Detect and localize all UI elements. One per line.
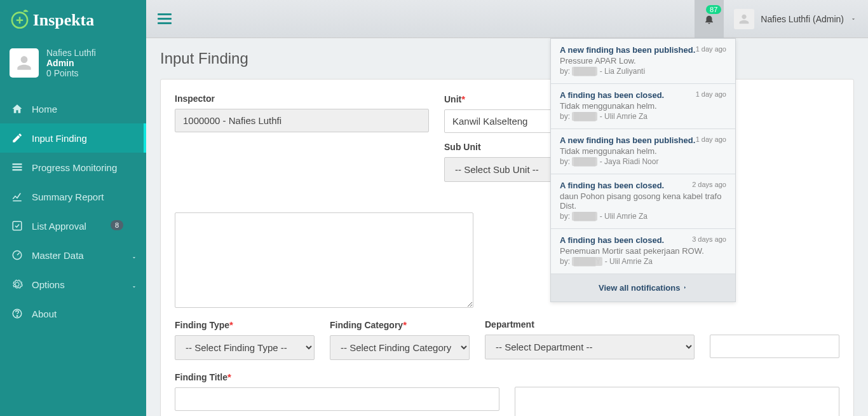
nav-about[interactable]: About (0, 299, 146, 328)
user-menu[interactable]: Nafies Luthfi (Admin) (734, 9, 857, 29)
nav-home[interactable]: Home (0, 94, 146, 123)
gear-icon (11, 279, 23, 290)
notification-desc: Tidak menggunakan helm. (560, 146, 726, 156)
nav-options[interactable]: Options (0, 270, 146, 299)
sidebar-user-name: Nafies Luthfi (46, 48, 96, 58)
svg-rect-2 (13, 163, 22, 165)
notification-title: A finding has been closed. (560, 90, 664, 100)
chart-icon (11, 191, 23, 202)
notification-item[interactable]: A new finding has been published.1 day a… (551, 129, 735, 174)
notification-desc: Penemuan Mortir saat pekerjaan ROW. (560, 246, 726, 256)
notification-by: by: ████ - Jaya Riadi Noor (560, 157, 726, 166)
nav-list-approval[interactable]: List Approval8 (0, 211, 146, 240)
finding-photos-area[interactable] (175, 212, 473, 308)
sidebar-user-points: 0 Points (46, 68, 96, 78)
nav-progress-monitoring[interactable]: Progress Monitoring (0, 153, 146, 182)
notification-time: 3 days ago (692, 235, 726, 243)
notification-by: by: ████ - Ulil Amrie Za (560, 212, 726, 221)
chevron-down-icon (131, 252, 137, 263)
svg-rect-4 (13, 169, 22, 170)
notification-desc: daun Pohon pisang gosong kena kabel traf… (560, 191, 726, 211)
check-square-icon (11, 220, 23, 232)
nav-master-data[interactable]: Master Data (0, 240, 146, 270)
form-card: Inspector Unit* Sub Unit -- Select Sub U… (160, 79, 854, 416)
notifications-bell[interactable]: 87 (695, 0, 724, 38)
finding-category-label: Finding Category* (330, 319, 470, 330)
inspector-label: Inspector (175, 94, 429, 104)
list-approval-badge: 8 (111, 220, 123, 230)
finding-category-select[interactable]: -- Select Finding Category -- (330, 335, 470, 360)
notification-time: 1 day ago (696, 45, 726, 53)
notification-item[interactable]: A finding has been closed.2 days agodaun… (551, 174, 735, 229)
svg-rect-5 (13, 221, 22, 230)
bell-badge: 87 (706, 5, 721, 14)
notification-by: by: ████Y - Ulil Amrie Za (560, 257, 726, 266)
nav-summary-report[interactable]: Summary Report (0, 182, 146, 211)
avatar (734, 9, 754, 29)
notification-title: A new finding has been published. (560, 135, 695, 145)
notification-desc: Pressure APAR Low. (560, 56, 726, 66)
svg-point-8 (17, 315, 18, 317)
notification-time: 1 day ago (696, 90, 726, 98)
notification-by: by: ████ - Ulil Amrie Za (560, 112, 726, 121)
notification-by: by: ████ - Lia Zuliyanti (560, 67, 726, 76)
topbar: 87 Nafies Luthfi (Admin) (146, 0, 868, 38)
bell-icon (703, 13, 715, 25)
sidebar-nav: Home Input Finding Progress Monitoring S… (0, 94, 146, 328)
inspector-input (175, 109, 429, 132)
tasks-icon (11, 162, 23, 173)
edit-icon (11, 132, 23, 144)
home-icon (11, 103, 23, 114)
question-icon (11, 308, 23, 319)
menu-toggle-icon[interactable] (158, 13, 172, 25)
notification-item[interactable]: A new finding has been published.1 day a… (551, 39, 735, 84)
notification-title: A finding has been closed. (560, 181, 664, 190)
notification-title: A new finding has been published. (560, 45, 695, 55)
department-label: Department (485, 319, 695, 329)
notification-desc: Tidak menggunakan helm. (560, 101, 726, 111)
view-all-notifications[interactable]: View all notifications (551, 274, 735, 302)
notification-item[interactable]: A finding has been closed.1 day agoTidak… (551, 84, 735, 129)
notification-time: 1 day ago (696, 135, 726, 143)
action-taken-textarea[interactable] (515, 387, 839, 416)
notifications-panel: A new finding has been published.1 day a… (550, 38, 736, 302)
chevron-right-icon (682, 284, 688, 291)
notification-time: 2 days ago (692, 181, 726, 188)
chevron-down-icon (131, 281, 137, 292)
dashboard-icon (11, 249, 23, 261)
notification-title: A finding has been closed. (560, 235, 664, 245)
avatar (10, 48, 39, 78)
user-menu-label: Nafies Luthfi (Admin) (761, 14, 844, 24)
department-select[interactable]: -- Select Department -- (485, 335, 695, 359)
finding-type-label: Finding Type* (175, 319, 315, 330)
finding-title-label: Finding Title* (175, 371, 499, 382)
sidebar-user-role: Admin (46, 58, 96, 68)
sidebar: Inspekta Nafies Luthfi Admin 0 Points Ho… (0, 0, 146, 416)
svg-rect-3 (13, 167, 22, 168)
brand-logo: Inspekta (0, 0, 146, 38)
action-taken-input-small[interactable] (710, 335, 839, 358)
nav-input-finding[interactable]: Input Finding (0, 123, 146, 153)
svg-text:Inspekta: Inspekta (33, 11, 94, 29)
page-title: Input Finding (146, 38, 868, 79)
finding-type-select[interactable]: -- Select Finding Type -- (175, 335, 315, 360)
chevron-down-icon (850, 16, 857, 22)
finding-title-input[interactable] (175, 387, 499, 411)
notification-item[interactable]: A finding has been closed.3 days agoPene… (551, 229, 735, 274)
sidebar-user-block: Nafies Luthfi Admin 0 Points (0, 38, 146, 88)
